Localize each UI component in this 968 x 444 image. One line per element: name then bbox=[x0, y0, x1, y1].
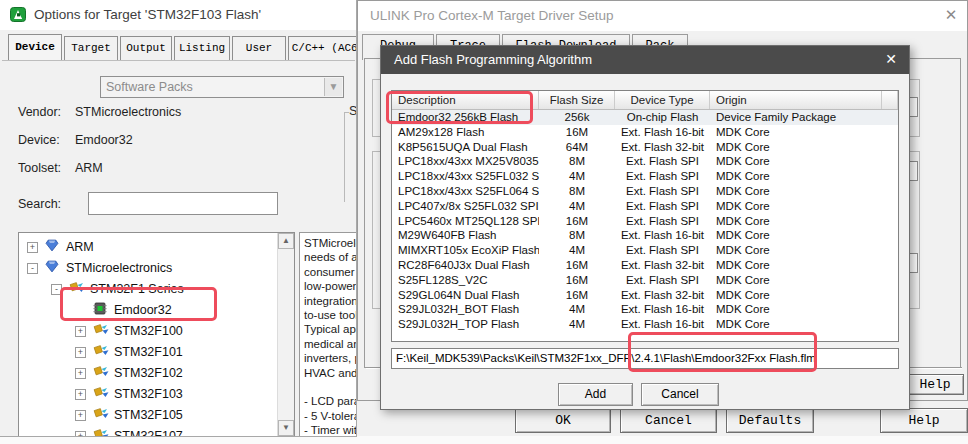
ulink-help-button[interactable]: Help bbox=[906, 374, 964, 395]
tree-scrollbar[interactable]: ▲ ▼ bbox=[277, 233, 294, 436]
table-row[interactable]: LPC18xx/43xx S25FL064 SP...8MExt. Flash … bbox=[392, 184, 898, 199]
add-cancel-button[interactable]: Cancel bbox=[641, 383, 719, 406]
table-cell: MDK Core bbox=[710, 140, 882, 155]
tree-item-stmicroelectronics[interactable]: -STMicroelectronics bbox=[27, 258, 172, 278]
table-cell: MDK Core bbox=[710, 302, 882, 317]
tree-item-stm32f101[interactable]: +STM32F101 bbox=[75, 342, 183, 362]
description-line: to-use tools. bbox=[304, 308, 357, 322]
tree-item-stm32f107[interactable]: +STM32F107 bbox=[75, 426, 183, 436]
table-cell: MIMXRT105x EcoXiP Flash bbox=[392, 243, 539, 258]
tab-target[interactable]: Target bbox=[64, 36, 118, 60]
vendor-pack-icon bbox=[45, 238, 63, 256]
tree-item-label[interactable]: STM32F101 bbox=[114, 345, 183, 359]
algorithm-table-header[interactable]: DescriptionFlash SizeDevice TypeOrigin bbox=[392, 91, 898, 110]
tree-item-stm32f105[interactable]: +STM32F105 bbox=[75, 405, 183, 425]
chip-icon bbox=[93, 301, 111, 319]
options-for-target-dialog: Options for Target 'STM32F103 Flash' Dev… bbox=[0, 0, 357, 437]
algorithm-path-field[interactable]: F:\Keil_MDK539\Packs\Keil\STM32F1xx_DFP\… bbox=[391, 348, 899, 369]
table-cell: MDK Core bbox=[710, 243, 882, 258]
field-value: STMicroelectronics bbox=[75, 105, 181, 119]
collapse-icon[interactable]: - bbox=[27, 263, 38, 274]
table-cell: S25FL128S_V2C bbox=[392, 273, 539, 288]
table-cell: On-chip Flash bbox=[615, 110, 710, 125]
collapse-icon[interactable]: - bbox=[51, 284, 62, 295]
table-cell: 4M bbox=[539, 302, 615, 317]
tab-user[interactable]: User bbox=[232, 36, 286, 60]
scroll-up-icon[interactable]: ▲ bbox=[278, 233, 294, 249]
tree-item-label[interactable]: STM32F107 bbox=[114, 429, 183, 436]
ulink-titlebar[interactable]: ULINK Pro Cortex-M Target Driver Setup ✕ bbox=[358, 1, 967, 31]
defaults-button[interactable]: Defaults bbox=[726, 408, 814, 433]
column-header-origin[interactable]: Origin bbox=[710, 91, 882, 109]
tree-item-label[interactable]: STM32F103 bbox=[114, 387, 183, 401]
expand-icon[interactable]: + bbox=[75, 389, 86, 400]
field-label: Toolset: bbox=[18, 161, 61, 175]
table-row[interactable]: LPC18xx/43xx S25FL032 SP...4MExt. Flash … bbox=[392, 169, 898, 184]
description-line bbox=[304, 380, 357, 394]
tree-item-label[interactable]: STM32F100 bbox=[114, 324, 183, 338]
tree-item-label[interactable]: STM32F1 Series bbox=[90, 282, 184, 296]
table-row[interactable]: RC28F640J3x Dual Flash16MExt. Flash 32-b… bbox=[392, 258, 898, 273]
table-row[interactable]: LPC5460x MT25QL128 SPIFI16MExt. Flash SP… bbox=[392, 214, 898, 229]
table-cell: RC28F640J3x Dual Flash bbox=[392, 258, 539, 273]
table-row[interactable]: S29GL064N Dual Flash16MExt. Flash 32-bit… bbox=[392, 288, 898, 303]
table-row[interactable]: S29JL032H_BOT Flash4MExt. Flash 16-bitMD… bbox=[392, 302, 898, 317]
close-icon[interactable]: ✕ bbox=[882, 51, 900, 67]
table-cell: MDK Core bbox=[710, 273, 882, 288]
software-packs-dropdown[interactable]: Software Packs ▼ bbox=[100, 76, 344, 98]
ulink-dialog-title: ULINK Pro Cortex-M Target Driver Setup bbox=[370, 8, 614, 23]
table-cell: MDK Core bbox=[710, 154, 882, 169]
tree-item-label[interactable]: STMicroelectronics bbox=[66, 261, 172, 275]
cancel-button[interactable]: Cancel bbox=[620, 408, 717, 433]
tree-item-label[interactable]: STM32F105 bbox=[114, 408, 183, 422]
table-row[interactable]: M29W640FB Flash8MExt. Flash 16-bitMDK Co… bbox=[392, 228, 898, 243]
close-icon[interactable]: ✕ bbox=[941, 6, 961, 24]
tree-item-stm32f100[interactable]: +STM32F100 bbox=[75, 321, 183, 341]
tree-item-stm32f102[interactable]: +STM32F102 bbox=[75, 363, 183, 383]
table-row[interactable]: S29JL032H_TOP Flash4MExt. Flash 16-bitMD… bbox=[392, 317, 898, 332]
table-row[interactable]: S25FL128S_V2C16MExt. Flash SPIMDK Core bbox=[392, 273, 898, 288]
table-row[interactable]: MIMXRT105x EcoXiP Flash4MExt. Flash SPIM… bbox=[392, 243, 898, 258]
help-button[interactable]: Help bbox=[880, 408, 968, 433]
tab-output[interactable]: Output bbox=[120, 36, 172, 60]
tree-item-emdoor32[interactable]: Emdoor32 bbox=[75, 300, 172, 320]
scroll-down-icon[interactable]: ▼ bbox=[278, 420, 294, 436]
expand-icon[interactable]: + bbox=[75, 347, 86, 358]
ok-button[interactable]: OK bbox=[515, 408, 611, 433]
options-titlebar[interactable]: Options for Target 'STM32F103 Flash' bbox=[0, 0, 356, 30]
expand-icon[interactable]: + bbox=[75, 326, 86, 337]
expand-icon[interactable]: + bbox=[27, 242, 38, 253]
column-header-description[interactable]: Description bbox=[392, 91, 539, 109]
tree-item-stm32f103[interactable]: +STM32F103 bbox=[75, 384, 183, 404]
tab-listing[interactable]: Listing bbox=[174, 36, 230, 60]
tree-item-label[interactable]: STM32F102 bbox=[114, 366, 183, 380]
expand-icon[interactable]: + bbox=[75, 368, 86, 379]
tab-c-c-ac6-[interactable]: C/C++ (AC6) bbox=[288, 36, 357, 60]
column-header-device-type[interactable]: Device Type bbox=[615, 91, 710, 109]
table-row[interactable]: LPC407x/8x S25FL032 SPIFI4MExt. Flash SP… bbox=[392, 199, 898, 214]
search-input[interactable] bbox=[88, 192, 278, 215]
expand-icon[interactable]: + bbox=[75, 410, 86, 421]
tree-item-label[interactable]: ARM bbox=[66, 240, 94, 254]
table-cell: 256k bbox=[539, 110, 615, 125]
table-cell: Ext. Flash SPI bbox=[615, 184, 710, 199]
table-row[interactable]: AM29x128 Flash16MExt. Flash 16-bitMDK Co… bbox=[392, 125, 898, 140]
options-dialog-title: Options for Target 'STM32F103 Flash' bbox=[34, 7, 261, 22]
tab-device[interactable]: Device bbox=[8, 34, 62, 61]
tree-item-stm32f1-series[interactable]: -STM32F1 Series bbox=[51, 279, 184, 299]
table-cell: 16M bbox=[539, 288, 615, 303]
table-cell: Ext. Flash SPI bbox=[615, 243, 710, 258]
add-button[interactable]: Add bbox=[558, 383, 633, 406]
table-row[interactable]: LPC18xx/43xx MX25V8035F...8MExt. Flash S… bbox=[392, 154, 898, 169]
expand-icon[interactable]: + bbox=[75, 431, 86, 437]
table-cell: AM29x128 Flash bbox=[392, 125, 539, 140]
chevron-down-icon[interactable]: ▼ bbox=[324, 78, 342, 96]
column-header-flash-size[interactable]: Flash Size bbox=[539, 91, 615, 109]
add-dialog-titlebar[interactable]: Add Flash Programming Algorithm ✕ bbox=[381, 46, 909, 74]
table-row[interactable]: K8P5615UQA Dual Flash64MExt. Flash 32-bi… bbox=[392, 140, 898, 155]
table-row[interactable]: Emdoor32 256kB Flash256kOn-chip FlashDev… bbox=[392, 110, 898, 125]
tree-item-label[interactable]: Emdoor32 bbox=[114, 303, 172, 317]
field-value: ARM bbox=[75, 161, 103, 175]
software-packs-value: Software Packs bbox=[106, 80, 193, 94]
tree-item-arm[interactable]: +ARM bbox=[27, 237, 94, 257]
